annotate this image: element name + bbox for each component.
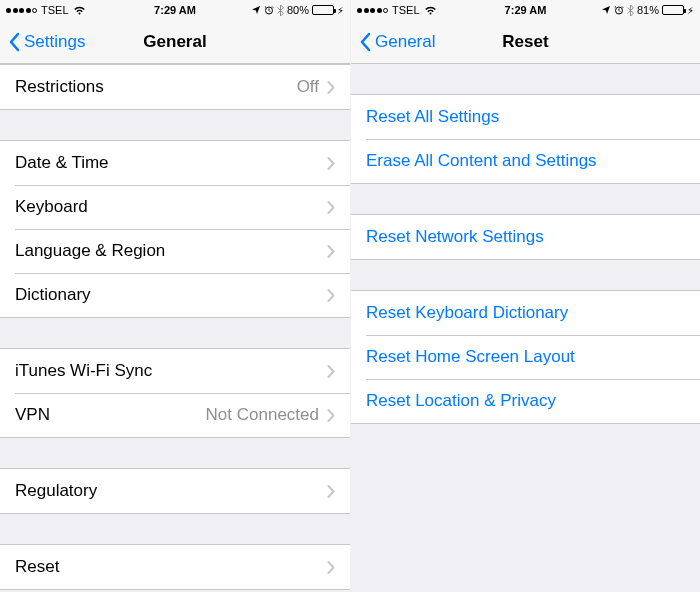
- cell-reset-all-settings[interactable]: Reset All Settings: [351, 95, 700, 139]
- group-reset-link: Reset: [0, 544, 350, 590]
- location-icon: [601, 5, 611, 15]
- status-right: 81% ⚡︎: [601, 4, 694, 16]
- cell-reset-location-privacy[interactable]: Reset Location & Privacy: [351, 379, 700, 423]
- cell-detail: Not Connected: [206, 405, 319, 425]
- group-itunes-vpn: iTunes Wi-Fi Sync VPN Not Connected: [0, 348, 350, 438]
- cell-label: Restrictions: [15, 77, 297, 97]
- cell-label: Regulatory: [15, 481, 327, 501]
- cell-dictionary[interactable]: Dictionary: [0, 273, 350, 317]
- cell-regulatory[interactable]: Regulatory: [0, 469, 350, 513]
- group-regulatory: Regulatory: [0, 468, 350, 514]
- nav-bar: General Reset: [351, 20, 700, 64]
- cell-label: Reset Network Settings: [366, 227, 685, 247]
- bluetooth-icon: [277, 5, 284, 16]
- cell-label: Keyboard: [15, 197, 327, 217]
- cell-detail: Off: [297, 77, 319, 97]
- chevron-right-icon: [327, 245, 335, 258]
- cell-label: Reset Location & Privacy: [366, 391, 685, 411]
- cell-label: Language & Region: [15, 241, 327, 261]
- status-time: 7:29 AM: [154, 4, 196, 16]
- cell-label: Reset: [15, 557, 327, 577]
- location-icon: [251, 5, 261, 15]
- cell-label: Reset Keyboard Dictionary: [366, 303, 685, 323]
- chevron-right-icon: [327, 81, 335, 94]
- cell-itunes-wifi-sync[interactable]: iTunes Wi-Fi Sync: [0, 349, 350, 393]
- alarm-icon: [264, 5, 274, 15]
- chevron-right-icon: [327, 485, 335, 498]
- cell-label: Reset Home Screen Layout: [366, 347, 685, 367]
- back-button[interactable]: Settings: [8, 32, 85, 52]
- signal-icon: [6, 8, 37, 13]
- status-bar: TSEL 7:29 AM 80% ⚡︎: [0, 0, 350, 20]
- cell-reset-keyboard-dictionary[interactable]: Reset Keyboard Dictionary: [351, 291, 700, 335]
- back-label: General: [375, 32, 435, 52]
- carrier-label: TSEL: [41, 4, 69, 16]
- group-reset-2: Reset Network Settings: [351, 214, 700, 260]
- alarm-icon: [614, 5, 624, 15]
- chevron-right-icon: [327, 409, 335, 422]
- nav-title: Reset: [502, 32, 548, 52]
- battery-icon: [312, 5, 334, 15]
- cell-reset-home-screen-layout[interactable]: Reset Home Screen Layout: [351, 335, 700, 379]
- charging-icon: ⚡︎: [337, 5, 344, 16]
- cell-restrictions[interactable]: Restrictions Off: [0, 65, 350, 109]
- cell-label: iTunes Wi-Fi Sync: [15, 361, 327, 381]
- screen-reset: TSEL 7:29 AM 81% ⚡︎ General: [350, 0, 700, 592]
- cell-language-region[interactable]: Language & Region: [0, 229, 350, 273]
- cell-reset-network-settings[interactable]: Reset Network Settings: [351, 215, 700, 259]
- chevron-left-icon: [359, 32, 371, 52]
- cell-label: Dictionary: [15, 285, 327, 305]
- wifi-icon: [424, 5, 437, 15]
- screen-general: TSEL 7:29 AM 80% ⚡︎ Settings: [0, 0, 350, 592]
- group-reset-1: Reset All Settings Erase All Content and…: [351, 94, 700, 184]
- bluetooth-icon: [627, 5, 634, 16]
- status-right: 80% ⚡︎: [251, 4, 344, 16]
- cell-vpn[interactable]: VPN Not Connected: [0, 393, 350, 437]
- wifi-icon: [73, 5, 86, 15]
- chevron-right-icon: [327, 157, 335, 170]
- cell-label: Date & Time: [15, 153, 327, 173]
- nav-title: General: [143, 32, 206, 52]
- status-left: TSEL: [6, 4, 86, 16]
- cell-keyboard[interactable]: Keyboard: [0, 185, 350, 229]
- nav-bar: Settings General: [0, 20, 350, 64]
- battery-icon: [662, 5, 684, 15]
- chevron-left-icon: [8, 32, 20, 52]
- status-left: TSEL: [357, 4, 437, 16]
- cell-label: VPN: [15, 405, 206, 425]
- cell-date-time[interactable]: Date & Time: [0, 141, 350, 185]
- charging-icon: ⚡︎: [687, 5, 694, 16]
- status-time: 7:29 AM: [505, 4, 547, 16]
- cell-label: Erase All Content and Settings: [366, 151, 685, 171]
- group-restrictions: Restrictions Off: [0, 64, 350, 110]
- group-reset-3: Reset Keyboard Dictionary Reset Home Scr…: [351, 290, 700, 424]
- chevron-right-icon: [327, 561, 335, 574]
- status-bar: TSEL 7:29 AM 81% ⚡︎: [351, 0, 700, 20]
- chevron-right-icon: [327, 365, 335, 378]
- battery-percent: 80%: [287, 4, 309, 16]
- battery-percent: 81%: [637, 4, 659, 16]
- group-datetime: Date & Time Keyboard Language & Region D…: [0, 140, 350, 318]
- cell-label: Reset All Settings: [366, 107, 685, 127]
- carrier-label: TSEL: [392, 4, 420, 16]
- back-label: Settings: [24, 32, 85, 52]
- back-button[interactable]: General: [359, 32, 435, 52]
- signal-icon: [357, 8, 388, 13]
- cell-reset[interactable]: Reset: [0, 545, 350, 589]
- cell-erase-all-content[interactable]: Erase All Content and Settings: [351, 139, 700, 183]
- chevron-right-icon: [327, 201, 335, 214]
- chevron-right-icon: [327, 289, 335, 302]
